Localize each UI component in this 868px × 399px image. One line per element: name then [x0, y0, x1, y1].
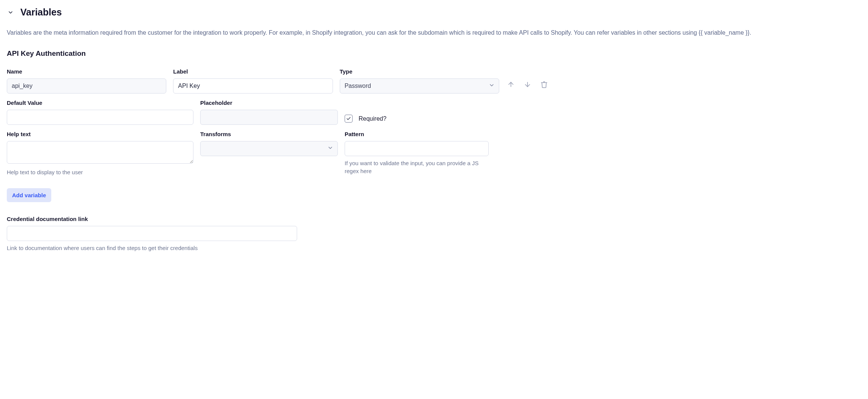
section-description: Variables are the meta information requi…: [7, 28, 861, 37]
section-title: Variables: [20, 7, 62, 18]
name-label: Name: [7, 68, 166, 75]
variable-fields: Name Label Type Default Value: [7, 68, 499, 176]
default-value-input[interactable]: [7, 110, 193, 125]
arrow-up-icon: [507, 81, 515, 88]
label-input[interactable]: [173, 78, 333, 94]
required-checkbox[interactable]: [345, 115, 353, 123]
add-variable-button[interactable]: Add variable: [7, 188, 51, 202]
credential-doc-hint: Link to documentation where users can fi…: [7, 244, 297, 252]
collapse-toggle[interactable]: [7, 9, 14, 16]
type-label: Type: [340, 68, 499, 75]
move-up-button[interactable]: [507, 80, 515, 89]
trash-icon: [540, 81, 548, 88]
transforms-select[interactable]: [200, 141, 338, 156]
pattern-label: Pattern: [345, 131, 489, 137]
section-header: Variables: [7, 7, 861, 18]
credential-doc-label: Credential documentation link: [7, 216, 297, 222]
placeholder-label: Placeholder: [200, 100, 338, 106]
help-text-hint: Help text to display to the user: [7, 168, 193, 176]
variable-row: Name Label Type Default Value: [7, 68, 861, 176]
row-actions: [507, 68, 548, 89]
credential-doc-input[interactable]: [7, 226, 297, 241]
credential-doc-section: Credential documentation link Link to do…: [7, 216, 297, 252]
pattern-hint: If you want to validate the input, you c…: [345, 159, 489, 175]
name-input[interactable]: [7, 78, 166, 94]
chevron-down-icon: [8, 9, 14, 15]
transforms-label: Transforms: [200, 131, 338, 137]
pattern-input[interactable]: [345, 141, 489, 156]
required-label: Required?: [359, 115, 386, 122]
help-text-input[interactable]: [7, 141, 193, 164]
delete-button[interactable]: [540, 80, 548, 89]
arrow-down-icon: [524, 81, 531, 88]
type-select[interactable]: [340, 78, 499, 94]
move-down-button[interactable]: [523, 80, 532, 89]
label-label: Label: [173, 68, 333, 75]
placeholder-input[interactable]: [200, 110, 338, 125]
help-text-label: Help text: [7, 131, 193, 137]
default-value-label: Default Value: [7, 100, 193, 106]
subsection-title: API Key Authentication: [7, 49, 861, 58]
check-icon: [346, 116, 351, 121]
